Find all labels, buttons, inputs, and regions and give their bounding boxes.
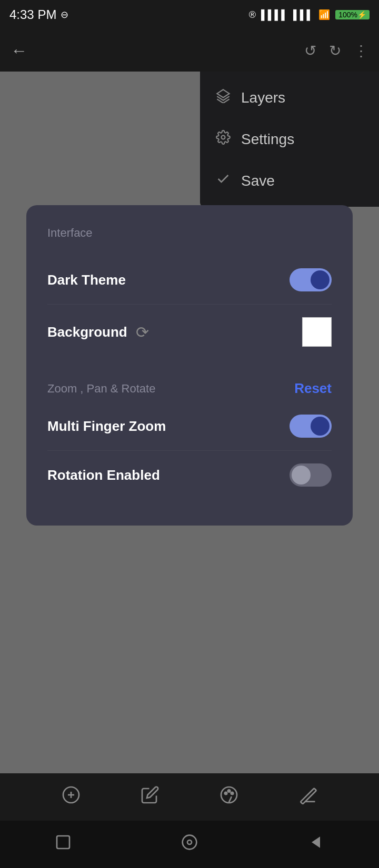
top-bar: ← ↺ ↻ ⋮	[0, 29, 379, 72]
background-refresh-icon[interactable]: ⟳	[136, 323, 149, 341]
menu-item-settings[interactable]: Settings	[200, 118, 379, 160]
pencil-button[interactable]	[141, 785, 159, 809]
dark-theme-toggle[interactable]	[290, 268, 332, 291]
undo-button[interactable]: ↺	[304, 42, 316, 59]
multi-finger-zoom-row: Multi Finger Zoom	[47, 402, 332, 451]
svg-marker-0	[217, 89, 229, 97]
status-bar: 4:33 PM ⊖ ® ▌▌▌▌ ▌▌▌ 📶 100%⚡	[0, 0, 379, 29]
svg-point-6	[225, 792, 227, 794]
multi-finger-zoom-toggle[interactable]	[290, 415, 332, 438]
menu-item-save[interactable]: Save	[200, 160, 379, 201]
battery-icon: 100%⚡	[335, 10, 370, 19]
multi-finger-zoom-label: Multi Finger Zoom	[47, 418, 166, 435]
nav-bar	[0, 821, 379, 868]
status-time: 4:33 PM ⊖	[9, 7, 68, 22]
svg-point-7	[228, 790, 231, 792]
settings-panel: Interface Dark Theme Background ⟳ Zoom ,…	[26, 205, 353, 526]
interface-section-title: Interface	[47, 226, 332, 240]
top-bar-actions: ↺ ↻ ⋮	[304, 42, 368, 59]
multi-finger-zoom-knob	[311, 417, 330, 436]
layers-label: Layers	[241, 89, 285, 106]
reset-button[interactable]: Reset	[294, 380, 332, 397]
layers-icon	[216, 88, 231, 107]
rotation-enabled-toggle[interactable]	[290, 463, 332, 487]
svg-rect-9	[57, 836, 69, 849]
wifi-icon: 📶	[318, 9, 330, 21]
time-text: 4:33 PM	[9, 7, 56, 22]
add-layer-button[interactable]	[62, 785, 81, 809]
nav-back-button[interactable]	[307, 834, 324, 855]
registered-icon: ®	[249, 9, 256, 21]
nav-home-button[interactable]	[181, 834, 198, 855]
menu-item-layers[interactable]: Layers	[200, 77, 379, 118]
signal-icon: ▌▌▌▌	[261, 9, 288, 21]
svg-point-1	[222, 136, 225, 139]
background-color-swatch[interactable]	[302, 317, 332, 347]
status-icons: ® ▌▌▌▌ ▌▌▌ 📶 100%⚡	[249, 9, 370, 21]
save-icon	[216, 171, 231, 190]
dark-theme-label: Dark Theme	[47, 272, 126, 288]
nav-square-button[interactable]	[55, 834, 72, 855]
svg-point-11	[187, 840, 192, 844]
dark-theme-row: Dark Theme	[47, 256, 332, 305]
more-button[interactable]: ⋮	[354, 42, 368, 59]
eraser-button[interactable]	[298, 785, 317, 809]
settings-icon	[216, 130, 231, 148]
background-left: Background ⟳	[47, 323, 149, 341]
rotation-enabled-label: Rotation Enabled	[47, 467, 160, 483]
sync-icon: ⊖	[61, 9, 68, 21]
palette-button[interactable]	[220, 785, 238, 809]
rotation-enabled-row: Rotation Enabled	[47, 451, 332, 499]
dropdown-menu: Layers Settings Save	[200, 72, 379, 207]
interface-section: Interface Dark Theme Background ⟳	[47, 226, 332, 359]
dark-theme-knob	[311, 270, 330, 289]
background-row: Background ⟳	[47, 305, 332, 359]
settings-label: Settings	[241, 131, 294, 148]
zoom-section-header: Zoom , Pan & Rotate Reset	[47, 380, 332, 397]
svg-point-8	[231, 792, 234, 794]
svg-point-10	[183, 835, 197, 850]
background-label: Background	[47, 324, 127, 340]
rotation-enabled-knob	[292, 466, 311, 485]
svg-marker-12	[312, 836, 320, 847]
save-label: Save	[241, 173, 275, 189]
zoom-section-title: Zoom , Pan & Rotate	[47, 382, 155, 396]
redo-button[interactable]: ↻	[329, 42, 341, 59]
back-button[interactable]: ←	[11, 41, 27, 60]
bottom-toolbar	[0, 773, 379, 821]
zoom-section: Zoom , Pan & Rotate Reset Multi Finger Z…	[47, 380, 332, 499]
signal2-icon: ▌▌▌	[293, 9, 313, 21]
